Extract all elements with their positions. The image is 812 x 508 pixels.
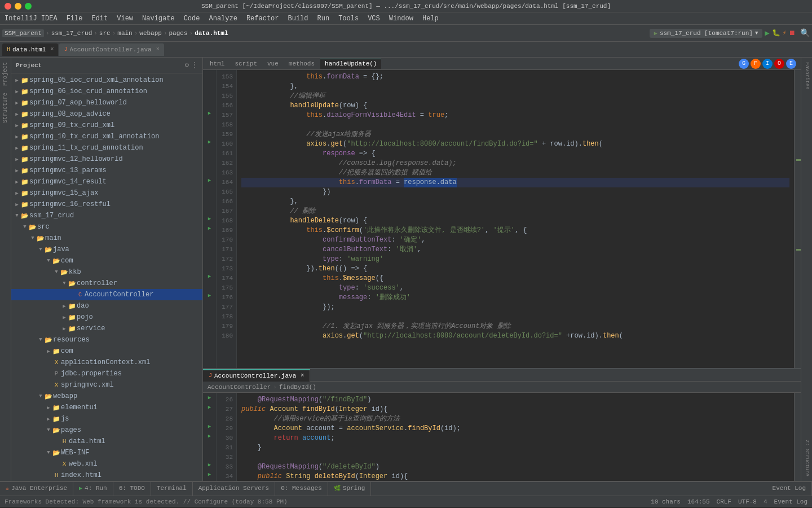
nav-tab-methods[interactable]: methods <box>284 59 319 69</box>
menu-analyze[interactable]: Analyze <box>209 15 237 23</box>
menu-help[interactable]: Help <box>422 15 439 23</box>
minimize-button[interactable] <box>15 3 21 10</box>
bg-27[interactable]: ▶ <box>203 402 216 412</box>
run-config-selector[interactable]: ▶ ssm_17_crud [tomcat7:run] ▼ <box>650 29 762 38</box>
bg-30[interactable]: ▶ <box>203 431 216 441</box>
status-crlf[interactable]: CRLF <box>717 498 731 505</box>
breadcrumb-webapp[interactable]: webapp <box>139 30 162 37</box>
breadcrumb-datahtml[interactable]: data.html <box>195 30 228 37</box>
tool-tab-event-log[interactable]: Event Log <box>767 481 812 496</box>
bg-34[interactable]: ▶ <box>203 470 216 479</box>
status-position[interactable]: 164:55 <box>687 498 710 505</box>
sidebar-item-main[interactable]: ▼ 📂 main <box>11 233 202 244</box>
tool-tab-terminal[interactable]: Terminal <box>151 481 193 496</box>
firefox-icon[interactable]: F <box>751 59 761 69</box>
gutter-160[interactable]: ▶ <box>203 137 216 147</box>
breadcrumb-ssm-parent[interactable]: SSM_parent <box>2 29 44 37</box>
opera-icon[interactable]: O <box>774 59 784 69</box>
breadcrumb-src[interactable]: src <box>99 30 111 37</box>
bg-33[interactable]: ▶ <box>203 460 216 470</box>
sidebar-item-spring10[interactable]: ▶ 📁 spring_10_tx_crud_xml_annotation <box>11 131 202 142</box>
tab-data-html[interactable]: H data.html × <box>2 43 58 56</box>
menu-navigate[interactable]: Navigate <box>142 15 175 23</box>
sidebar-item-spring06[interactable]: ▶ 📁 spring_06_ioc_crud_annotation <box>11 86 202 97</box>
sidebar-item-spring05[interactable]: ▶ 📁 spring_05_ioc_crud_xml_annotation <box>11 75 202 86</box>
menu-vcs[interactable]: VCS <box>368 15 380 23</box>
tool-tab-todo[interactable]: 6: TODO <box>113 481 151 496</box>
structure-tab[interactable]: Structure <box>1 90 10 125</box>
tab-account-controller[interactable]: J AccountController.java × <box>59 43 164 56</box>
ie-icon[interactable]: I <box>762 59 773 69</box>
sidebar-item-ssm17[interactable]: ▼ 📂 ssm_17_crud <box>11 210 202 221</box>
bottom-class-label[interactable]: AccountController <box>208 384 271 391</box>
stop-button[interactable]: ⏹ <box>789 29 796 37</box>
close-button[interactable] <box>5 3 11 10</box>
sidebar-item-src[interactable]: ▼ 📂 src <box>11 221 202 233</box>
chrome-icon[interactable]: G <box>739 59 749 69</box>
menu-run[interactable]: Run <box>317 15 330 23</box>
nav-tab-script[interactable]: script <box>230 59 262 69</box>
event-log-button[interactable]: Event Log <box>774 498 807 505</box>
gutter-164[interactable]: ▶ <box>203 176 216 185</box>
sidebar-item-com1[interactable]: ▼ 📂 com <box>11 255 202 266</box>
menu-window[interactable]: Window <box>389 15 413 23</box>
coverage-button[interactable]: ⚡ <box>783 29 787 37</box>
menu-file[interactable]: File <box>67 15 83 23</box>
sidebar-item-webxml[interactable]: X web.xml <box>11 458 202 470</box>
menu-code[interactable]: Code <box>184 15 200 23</box>
sidebar-item-spring08[interactable]: ▶ 📁 spring_08_aop_advice <box>11 108 202 120</box>
nav-tab-html[interactable]: html <box>205 59 229 69</box>
sidebar-item-js[interactable]: ▶ 📁 js <box>11 413 202 424</box>
sidebar-item-spring09[interactable]: ▶ 📁 spring_09_tx_crud_xml <box>11 120 202 131</box>
gutter-157[interactable]: ▶ <box>203 108 216 118</box>
sidebar-item-pages[interactable]: ▼ 📂 pages <box>11 424 202 436</box>
sidebar-item-java[interactable]: ▼ 📂 java <box>11 244 202 255</box>
menu-edit[interactable]: Edit <box>91 15 108 23</box>
gutter-168[interactable]: ▶ <box>203 214 216 224</box>
breadcrumb-main[interactable]: main <box>117 30 132 37</box>
sidebar-item-webapp[interactable]: ▼ 📂 webapp <box>11 391 202 402</box>
sidebar-item-webinf[interactable]: ▼ 📂 WEB-INF <box>11 447 202 458</box>
sidebar-gear-icon[interactable]: ⋮ <box>191 61 198 69</box>
sidebar-item-jdbc[interactable]: P jdbc.properties <box>11 368 202 379</box>
sidebar-item-springmvc14[interactable]: ▶ 📁 springmvc_14_result <box>11 176 202 187</box>
bottom-tab-close-icon[interactable]: × <box>301 373 304 379</box>
sidebar-item-springmvc13[interactable]: ▶ 📁 springmvc_13_params <box>11 165 202 176</box>
sidebar-item-springmvc16[interactable]: ▶ 📁 springmvc_16_restful <box>11 199 202 210</box>
sidebar-item-controller[interactable]: ▼ 📂 controller <box>11 278 202 289</box>
sidebar-item-com2[interactable]: ▶ 📁 com <box>11 345 202 357</box>
zstructure-tab[interactable]: Z: Structure <box>804 437 810 479</box>
favorites-tab[interactable]: Favorites <box>804 60 810 92</box>
menu-build[interactable]: Build <box>288 15 308 23</box>
status-encoding[interactable]: UTF-8 <box>738 498 757 505</box>
sidebar-item-appcontext[interactable]: X applicationContext.xml <box>11 357 202 368</box>
sidebar-item-spring07[interactable]: ▶ 📁 spring_07_aop_helloworld <box>11 97 202 108</box>
close-tab-icon[interactable]: × <box>50 46 54 52</box>
bg-29[interactable]: ▶ <box>203 422 216 431</box>
menu-view[interactable]: View <box>117 15 133 23</box>
gutter-174[interactable]: ▶ <box>203 271 216 281</box>
breadcrumb-pages[interactable]: pages <box>169 30 188 37</box>
sidebar-item-elementui[interactable]: ▶ 📁 elementui <box>11 402 202 413</box>
sidebar-item-springmvcxml[interactable]: X springmvc.xml <box>11 379 202 391</box>
nav-tab-vue[interactable]: vue <box>263 59 283 69</box>
gutter-169[interactable]: ▶ <box>203 224 216 233</box>
tool-tab-app-servers[interactable]: Application Servers <box>193 481 275 496</box>
sidebar-item-springmvc15[interactable]: ▶ 📁 springmvc_15_ajax <box>11 187 202 199</box>
sidebar-item-springmvc12[interactable]: ▶ 📁 springmvc_12_helloworld <box>11 154 202 165</box>
tool-tab-messages[interactable]: 0: Messages <box>275 481 328 496</box>
menu-refactor[interactable]: Refactor <box>246 15 279 23</box>
sidebar-item-kkb[interactable]: ▼ 📂 kkb <box>11 266 202 278</box>
nav-tab-handleupdate[interactable]: handleUpdate() <box>320 59 381 69</box>
sidebar-item-resources[interactable]: ▼ 📂 resources <box>11 334 202 345</box>
search-everywhere-icon[interactable]: 🔍 <box>800 28 810 38</box>
menu-tools[interactable]: Tools <box>338 15 359 23</box>
bottom-method-label[interactable]: findById() <box>279 384 316 391</box>
sidebar-item-datahtml[interactable]: H data.html <box>11 436 202 447</box>
bottom-tab-account-controller[interactable]: J AccountController.java × <box>203 369 310 382</box>
bg-26[interactable]: ▶ <box>203 393 216 402</box>
sidebar-item-dao[interactable]: ▶ 📁 dao <box>11 300 202 312</box>
sidebar-settings-icon[interactable]: ⚙ <box>185 61 189 69</box>
run-button[interactable]: ▶ <box>765 28 769 38</box>
sidebar-item-indexhtml[interactable]: H index.html <box>11 470 202 481</box>
